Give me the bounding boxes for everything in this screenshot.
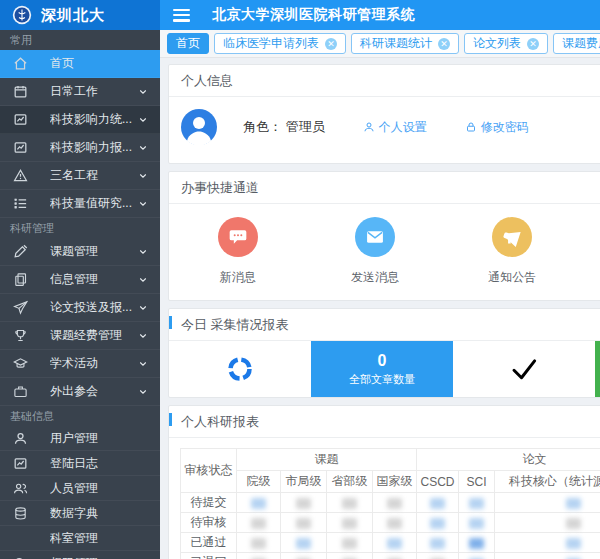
panel-title: 办事快捷通道 — [169, 172, 600, 204]
sidebar-item-project-funding[interactable]: 课题经费管理 — [0, 322, 160, 350]
panel-title: 今日 采集情况报表 — [169, 309, 600, 341]
sidebar: 深圳北大 常用 首页 日常工作 科技影响力统... 科技影响力报... — [0, 0, 160, 559]
panel-quick-channels: 办事快捷通道 新消息 发送消息 — [168, 171, 600, 301]
blurred-value — [342, 498, 357, 509]
col-header-audit-status: 审核状态 — [181, 449, 237, 493]
research-report-table: 审核状态 课题 论文 院级 市局级 省部级 国家级 CSCD SCI — [180, 448, 600, 559]
panel-personal-info: 个人信息 角色： 管理员 个人设置 — [168, 64, 600, 164]
sidebar-item-daily-work[interactable]: 日常工作 — [0, 78, 160, 106]
sidebar-menu: 常用 首页 日常工作 科技影响力统... 科技影响力报... — [0, 30, 160, 559]
stat-partial-green — [595, 341, 600, 397]
sidebar-item-tech-impact-report[interactable]: 科技影响力报... — [0, 134, 160, 162]
chevron-down-icon — [138, 387, 148, 397]
chevron-down-icon — [138, 115, 148, 125]
chevron-down-icon — [138, 171, 148, 181]
blurred-value — [430, 518, 445, 529]
personal-settings-link[interactable]: 个人设置 — [363, 119, 427, 136]
blurred-value — [251, 538, 266, 549]
checkmark-icon — [509, 354, 539, 384]
sidebar-item-data-dictionary[interactable]: 数据字典 — [0, 501, 160, 526]
panel-title: 个人科研报表 — [169, 406, 600, 438]
users-icon — [13, 481, 28, 496]
tab-paper-list[interactable]: 论文列表✕ — [464, 33, 548, 54]
blurred-value — [566, 498, 581, 509]
sidebar-item-department-management[interactable]: 科室管理 — [0, 526, 160, 551]
quick-item-send-message[interactable]: 发送消息 — [306, 217, 443, 286]
sidebar-item-home[interactable]: 首页 — [0, 50, 160, 78]
chevron-down-icon — [138, 359, 148, 369]
chart-icon — [13, 140, 28, 155]
tab-home[interactable]: 首页 — [167, 33, 209, 54]
tab-clinical-application-list[interactable]: 临床医学申请列表✕ — [214, 33, 346, 54]
blurred-value — [296, 498, 311, 509]
brand-header: 深圳北大 — [0, 0, 160, 30]
sidebar-item-user-management[interactable]: 用户管理 — [0, 426, 160, 451]
panel-title: 个人信息 — [169, 65, 600, 97]
tab-project-fee-report[interactable]: 课题费用报表✕ — [553, 33, 600, 54]
blurred-value — [469, 518, 484, 529]
briefcase-icon — [13, 384, 28, 399]
col-header: 院级 — [237, 471, 281, 493]
chart-icon — [13, 456, 28, 471]
stat-check — [453, 341, 595, 397]
col-header: 省部级 — [327, 471, 373, 493]
chevron-down-icon — [138, 275, 148, 285]
lock-icon — [465, 121, 477, 133]
graduation-cap-icon — [13, 356, 28, 371]
sidebar-item-login-log[interactable]: 登陆日志 — [0, 451, 160, 476]
panel-today-report: 今日 采集情况报表 0 全部文章数量 — [168, 308, 600, 398]
chevron-down-icon — [138, 87, 148, 97]
chevron-down-icon — [138, 247, 148, 257]
blurred-value — [251, 498, 266, 509]
stat-total-articles: 0 全部文章数量 — [311, 341, 453, 397]
app-window: 深圳北大 常用 首页 日常工作 科技影响力统... 科技影响力报... — [0, 0, 600, 559]
col-header: SCI — [459, 471, 495, 493]
chevron-down-icon — [138, 143, 148, 153]
menu-section-basic: 基础信息 — [0, 406, 160, 426]
table-row: 已通过 — [181, 533, 600, 553]
menu-section-research: 科研管理 — [0, 218, 160, 238]
blurred-value — [387, 538, 402, 549]
close-tab-icon[interactable]: ✕ — [438, 38, 450, 50]
blurred-value — [387, 518, 402, 529]
stat-spinner — [169, 341, 311, 397]
menu-toggle-icon[interactable] — [173, 9, 190, 22]
sidebar-item-tech-value-research[interactable]: 科技量值研究... — [0, 190, 160, 218]
brand-name: 深圳北大 — [41, 6, 105, 25]
sidebar-item-conference-travel[interactable]: 外出参会 — [0, 378, 160, 406]
close-tab-icon[interactable]: ✕ — [527, 38, 539, 50]
sidebar-item-sanming-project[interactable]: 三名工程 — [0, 162, 160, 190]
blurred-value — [430, 538, 445, 549]
menu-section-common: 常用 — [0, 30, 160, 50]
sidebar-item-paper-submission[interactable]: 论文投送及报... — [0, 294, 160, 322]
sidebar-item-project-management[interactable]: 课题管理 — [0, 238, 160, 266]
group-header-papers: 论文 — [417, 449, 600, 471]
tab-research-project-stats[interactable]: 科研课题统计✕ — [351, 33, 459, 54]
calendar-icon — [13, 84, 28, 99]
quick-item-new-message[interactable]: 新消息 — [169, 217, 306, 286]
blank-icon — [13, 531, 28, 546]
sidebar-item-academic-activity[interactable]: 学术活动 — [0, 350, 160, 378]
chart-icon — [13, 112, 28, 127]
blurred-value — [469, 498, 484, 509]
sidebar-item-info-management[interactable]: 信息管理 — [0, 266, 160, 294]
sidebar-item-permission-management[interactable]: 权限管理 — [0, 551, 160, 559]
blurred-value — [296, 518, 311, 529]
hospital-logo-icon — [12, 5, 32, 25]
brush-icon — [13, 244, 28, 259]
col-header: 国家级 — [373, 471, 417, 493]
user-icon — [13, 431, 28, 446]
tab-bar: 首页 临床医学申请列表✕ 科研课题统计✕ 论文列表✕ 课题费用报表✕ 用户列表✕ — [160, 30, 600, 58]
chevron-down-icon — [138, 303, 148, 313]
top-header: 北京大学深圳医院科研管理系统 — [160, 0, 600, 30]
list-icon — [13, 196, 28, 211]
sidebar-item-personnel-management[interactable]: 人员管理 — [0, 476, 160, 501]
quick-item-notice[interactable]: 通知公告 — [444, 217, 581, 286]
close-tab-icon[interactable]: ✕ — [325, 38, 337, 50]
sidebar-item-tech-impact-stats[interactable]: 科技影响力统... — [0, 106, 160, 134]
blurred-value — [342, 538, 357, 549]
blurred-value — [342, 518, 357, 529]
user-icon — [363, 121, 375, 133]
change-password-link[interactable]: 修改密码 — [465, 119, 529, 136]
home-icon — [13, 56, 28, 71]
